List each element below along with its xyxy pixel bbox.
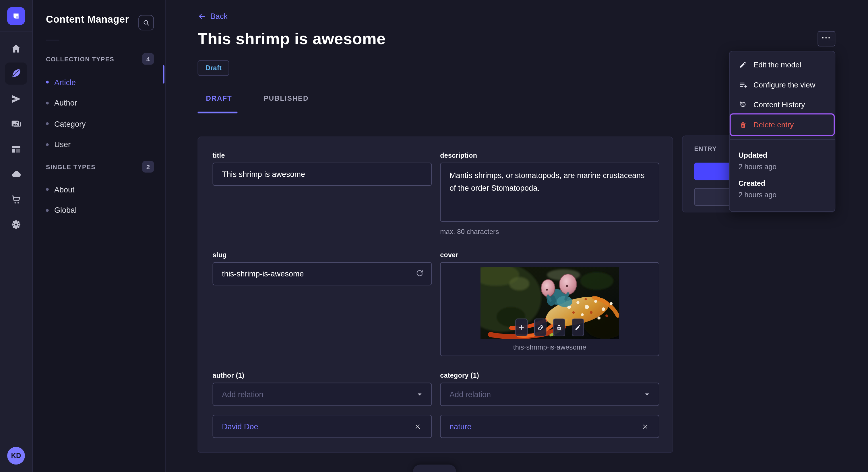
subnav-title: Content Manager [46,14,129,25]
description-textarea[interactable]: Mantis shrimps, or stomatopods, are mari… [440,163,659,222]
cloud-icon[interactable] [5,163,27,185]
remove-category-relation-button[interactable] [638,419,652,434]
single-types-count-badge: 2 [143,161,154,173]
field-author: author (1) Add relation David Doe [213,372,432,438]
category-relation-combobox[interactable]: Add relation [440,383,659,406]
title-input[interactable] [213,163,432,186]
back-link[interactable]: Back [197,11,227,20]
bullet-dot [46,143,49,146]
content-type-builder-layout-icon[interactable] [5,138,27,160]
collection-types-header: COLLECTION TYPES 4 [46,53,154,65]
sidebar-item-article[interactable]: Article [32,72,165,93]
category-label: category (1) [440,372,659,379]
regenerate-slug-button[interactable] [411,265,429,283]
field-cover: cover [440,251,659,356]
copy-link-button[interactable] [534,318,546,336]
bullet-dot [46,209,49,212]
menu-item-content-history[interactable]: Content History [731,95,834,114]
strapi-logo[interactable] [7,7,25,25]
history-clock-icon [739,101,747,108]
marketplace-cart-icon[interactable] [5,189,27,211]
app-window: KD Content Manager COLLECTION TYPES 4 Ar… [0,0,868,472]
author-relation-item: David Doe [213,415,432,438]
author-relation-link[interactable]: David Doe [222,422,258,431]
rail-divider [0,32,32,32]
description-label: description [440,151,659,159]
entry-meta: Updated 2 hours ago Created 2 hours ago [730,139,835,211]
pencil-icon [739,61,747,69]
author-label: author (1) [213,372,432,379]
refresh-icon [415,269,424,278]
trash-icon [739,121,747,129]
sidebar-item-user[interactable]: User [32,134,165,155]
trash-icon [556,324,562,331]
active-tab-underline [197,112,237,113]
cover-actions-toolbar [515,318,584,336]
sidebar-item-category[interactable]: Category [32,113,165,134]
release-paper-plane-icon[interactable] [5,88,27,110]
back-arrow-icon [197,12,206,20]
tab-published[interactable]: PUBLISHED [264,95,309,102]
author-relation-combobox[interactable]: Add relation [213,383,432,406]
sidebar-item-about[interactable]: About [32,179,165,200]
chevron-down-icon [415,391,423,398]
slug-input[interactable] [213,262,432,285]
updated-value: 2 hours ago [739,163,826,171]
menu-item-edit-the-model[interactable]: Edit the model [731,55,834,74]
cover-label: cover [440,251,659,259]
delete-media-button[interactable] [553,318,565,336]
list-plus-icon [739,80,747,89]
tab-draft[interactable]: DRAFT [206,95,232,102]
bullet-dot [46,102,49,104]
add-media-button[interactable] [515,318,527,336]
content-manager-feather-icon[interactable] [5,63,27,85]
strapi-logo-glyph [11,11,21,21]
bullet-dot [46,81,49,84]
page-title: This shrimp is awesome [197,30,385,48]
content-manager-subnav: Content Manager COLLECTION TYPES 4 Artic… [32,0,166,472]
pencil-icon [575,324,581,331]
category-relation-item: nature [440,415,659,438]
sidebar-item-global[interactable]: Global [32,200,165,221]
collection-types-count-badge: 4 [143,53,154,65]
settings-gear-icon[interactable] [5,213,27,235]
version-tabs: DRAFT PUBLISHED [197,95,309,102]
description-hint: max. 80 characters [440,228,659,236]
category-relation-link[interactable]: nature [450,422,472,431]
cover-media-box: this-shrimp-is-awesome [440,262,659,356]
bottom-floating-widget[interactable] [413,465,456,472]
bullet-dot [46,123,49,125]
subnav-divider [46,40,59,40]
home-icon[interactable] [5,38,27,60]
slug-label: slug [213,251,432,259]
close-icon [414,423,421,430]
field-category: category (1) Add relation nature [440,372,659,438]
entry-panel-title: ENTRY [694,145,717,152]
created-label: Created [739,179,826,188]
more-actions-menu: Edit the model Configure the view Conten… [729,51,835,212]
plus-icon [518,324,525,331]
media-library-icon[interactable] [5,113,27,135]
remove-author-relation-button[interactable] [410,419,425,434]
search-button[interactable] [138,15,154,30]
menu-item-configure-the-view[interactable]: Configure the view [731,74,834,94]
single-types-header: SINGLE TYPES 2 [46,161,154,173]
status-badge: Draft [197,60,229,76]
menu-item-delete-entry[interactable]: Delete entry [731,114,834,135]
created-value: 2 hours ago [739,191,826,199]
edit-media-button[interactable] [572,318,584,336]
chevron-down-icon [643,391,651,398]
search-icon [143,19,150,27]
user-avatar[interactable]: KD [7,447,25,465]
field-slug: slug [213,251,432,356]
close-icon [641,423,648,430]
sidebar-item-author[interactable]: Author [32,93,165,113]
main-nav-rail: KD [0,0,33,472]
updated-label: Updated [739,151,826,159]
more-actions-button[interactable]: ··· [817,31,835,46]
field-description: description Mantis shrimps, or stomatopo… [440,151,659,235]
title-label: title [213,151,432,159]
cover-filename: this-shrimp-is-awesome [441,343,659,351]
link-icon [537,324,544,331]
subnav-scrollbar-thumb[interactable] [163,65,164,84]
